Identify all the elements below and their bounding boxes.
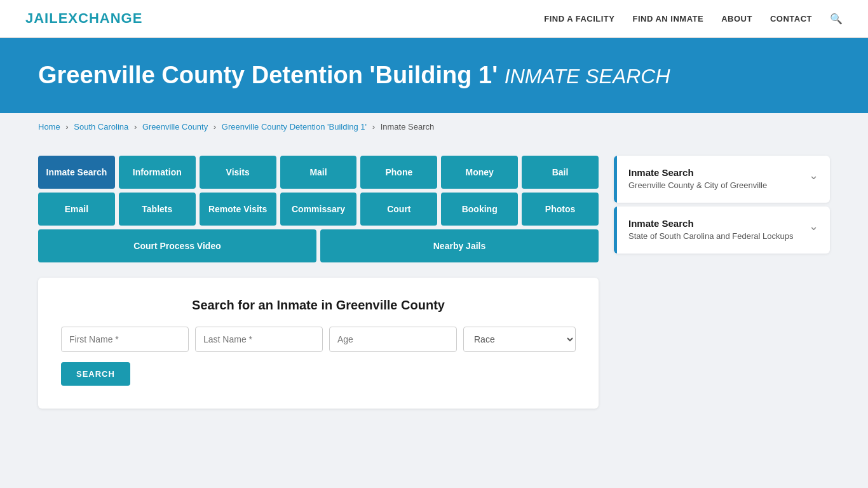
breadcrumb-current: Inmate Search	[381, 122, 435, 132]
chevron-down-icon-greenville: ⌄	[809, 168, 818, 182]
logo-exchange: EXCHANGE	[58, 10, 143, 26]
sidebar-card-greenville-header[interactable]: Inmate Search Greenville County & City o…	[614, 156, 830, 203]
sidebar-card-greenville-title: Inmate Search	[628, 167, 767, 178]
tab-nearby-jails[interactable]: Nearby Jails	[320, 229, 599, 262]
nav-search-icon[interactable]: 🔍	[830, 13, 843, 24]
last-name-input[interactable]	[195, 327, 323, 352]
age-input[interactable]	[329, 327, 457, 352]
race-select[interactable]: Race White Black Hispanic Asian Other	[463, 327, 576, 352]
nav-about[interactable]: ABOUT	[721, 14, 752, 24]
nav-contact[interactable]: CONTACT	[770, 14, 812, 24]
breadcrumb-county[interactable]: Greenville County	[142, 122, 208, 132]
tab-remote-visits[interactable]: Remote Visits	[200, 193, 276, 226]
tabs-row2: Email Tablets Remote Visits Commissary C…	[38, 193, 599, 226]
tabs-row1: Inmate Search Information Visits Mail Ph…	[38, 156, 599, 189]
main-container: Inmate Search Information Visits Mail Ph…	[0, 140, 868, 424]
hero-title-main: Greenville County Detention 'Building 1'	[38, 62, 498, 88]
sidebar-card-sc: Inmate Search State of South Carolina an…	[614, 207, 830, 254]
tab-information[interactable]: Information	[119, 156, 196, 189]
sidebar-card-greenville: Inmate Search Greenville County & City o…	[614, 156, 830, 203]
first-name-input[interactable]	[61, 327, 189, 352]
hero-banner: Greenville County Detention 'Building 1'…	[0, 38, 868, 113]
tab-phone[interactable]: Phone	[360, 156, 437, 189]
sidebar-card-sc-text: Inmate Search State of South Carolina an…	[628, 218, 793, 242]
navbar: JAILEXCHANGE FIND A FACILITY FIND AN INM…	[0, 0, 868, 38]
nav-find-facility[interactable]: FIND A FACILITY	[544, 14, 614, 24]
sidebar-card-sc-title: Inmate Search	[628, 218, 793, 229]
tab-photos[interactable]: Photos	[522, 193, 599, 226]
breadcrumb-facility[interactable]: Greenville County Detention 'Building 1'	[222, 122, 367, 132]
tab-inmate-search[interactable]: Inmate Search	[38, 156, 115, 189]
tab-bail[interactable]: Bail	[522, 156, 599, 189]
breadcrumb-sep-3: ›	[214, 122, 216, 132]
left-column: Inmate Search Information Visits Mail Ph…	[38, 156, 599, 409]
sidebar-card-sc-header[interactable]: Inmate Search State of South Carolina an…	[614, 207, 830, 254]
search-inputs: Race White Black Hispanic Asian Other	[61, 327, 576, 352]
search-panel-title: Search for an Inmate in Greenville Count…	[61, 298, 576, 313]
breadcrumb-sc[interactable]: South Carolina	[74, 122, 128, 132]
tab-commissary[interactable]: Commissary	[280, 193, 357, 226]
tab-court[interactable]: Court	[360, 193, 437, 226]
tab-email[interactable]: Email	[38, 193, 115, 226]
search-panel: Search for an Inmate in Greenville Count…	[38, 278, 599, 409]
sidebar-card-sc-subtitle: State of South Carolina and Federal Lock…	[628, 231, 793, 242]
tab-tablets[interactable]: Tablets	[119, 193, 196, 226]
tab-mail[interactable]: Mail	[280, 156, 357, 189]
sidebar-card-greenville-text: Inmate Search Greenville County & City o…	[628, 167, 767, 191]
sidebar-card-greenville-subtitle: Greenville County & City of Greenville	[628, 180, 767, 191]
breadcrumb-home[interactable]: Home	[38, 122, 60, 132]
site-logo[interactable]: JAILEXCHANGE	[25, 10, 142, 27]
nav-find-inmate[interactable]: FIND AN INMATE	[632, 14, 703, 24]
chevron-down-icon-sc: ⌄	[809, 219, 818, 233]
breadcrumb: Home › South Carolina › Greenville Count…	[0, 113, 868, 140]
tab-money[interactable]: Money	[441, 156, 518, 189]
search-button[interactable]: SEARCH	[61, 362, 130, 386]
breadcrumb-sep-1: ›	[65, 122, 68, 132]
page-title: Greenville County Detention 'Building 1'…	[38, 61, 830, 90]
right-sidebar: Inmate Search Greenville County & City o…	[614, 156, 830, 255]
tab-booking[interactable]: Booking	[441, 193, 518, 226]
nav-menu: FIND A FACILITY FIND AN INMATE ABOUT CON…	[544, 13, 843, 25]
tab-court-process-video[interactable]: Court Process Video	[38, 229, 316, 262]
hero-title-accent: INMATE SEARCH	[505, 65, 670, 88]
breadcrumb-sep-4: ›	[372, 122, 375, 132]
logo-jail: JAIL	[25, 10, 58, 26]
tabs-row3: Court Process Video Nearby Jails	[38, 229, 599, 262]
tab-visits[interactable]: Visits	[200, 156, 276, 189]
breadcrumb-sep-2: ›	[134, 122, 137, 132]
